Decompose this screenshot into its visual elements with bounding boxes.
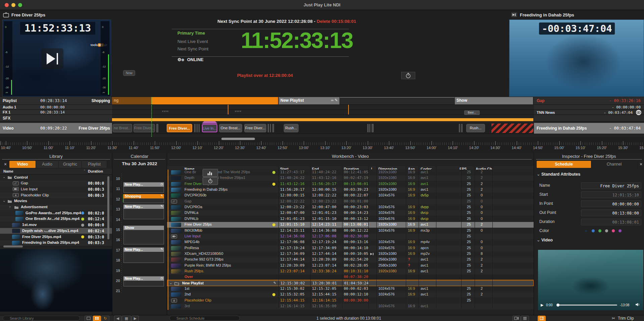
clip-freediver[interactable]: Free Diver... [244,124,266,132]
player-slider[interactable] [557,305,617,306]
chart-button[interactable] [203,169,218,177]
frame-view-button[interactable] [85,316,93,321]
calendar-event-newplay[interactable]: New Play...◷ [123,182,164,193]
library-row[interactable]: ›Advertisement [0,204,112,210]
library-row[interactable]: ⌄Control [0,175,112,180]
chevron-right-icon[interactable]: › [9,205,10,209]
library-tab-graphic[interactable]: Graphic [59,161,82,168]
clip-sliver[interactable] [372,124,374,132]
library-row[interactable]: Live Input00:00:3 [0,186,112,192]
workbench-row-rush25fps[interactable]: Rush 25fps.12:23:07:1412:33:38:2400:10:3… [167,269,534,274]
next-sync-point-label[interactable]: Next Sync Point [177,46,209,51]
inspector-close-button[interactable]: × [638,161,644,168]
stopwatch-button[interactable] [401,72,415,79]
schedule-search-input[interactable] [169,316,240,321]
workbench-row-3rd[interactable]: 3rd12:16:14:1512:16:35:001024x57616:9avc… [167,304,534,309]
workbench-row-freediver25fps[interactable]: Free Diver 25fps12:01:15:1012:14:23:1100… [167,222,534,228]
preview-video-next[interactable]: -00:03:47:04 [509,19,644,97]
library-close-button[interactable]: × [2,161,9,168]
library-row[interactable]: Gap00:00:0 [0,181,112,186]
section-standard-attributes[interactable]: ⌄ Standard Attributes [537,172,580,177]
playlist-block-ng[interactable]: ng [112,97,151,104]
library-search-input[interactable] [3,316,80,321]
clip-livein[interactable]: Live In... [202,124,217,132]
chevron-down-icon[interactable]: ⌄ [3,175,5,179]
library-row[interactable]: Free Diver 25fps.mp400:13:0 [0,234,112,240]
playlist-block-show[interactable]: Show [455,97,533,104]
workbench-row-onebr[interactable]: One Brnd The World 25fps11:27:43:1711:40… [167,170,534,175]
workbench-row-over[interactable]: Over00:07:38:20 [167,274,534,280]
color-swatch[interactable] [619,229,622,232]
track-header-playlist[interactable]: Playlist00:28:33:14Shopping [0,97,112,105]
inspector-video-preview[interactable]: ▶ 0:00 -13:08 [538,250,643,310]
clip-sliver[interactable] [461,124,463,132]
layout-toggle-icon[interactable] [513,316,521,321]
clip-rush[interactable]: Rush... [284,124,299,132]
workbench-row-xdcamhd4221080i50[interactable]: XDcam_HD4221080i5012:17:34:0912:17:44:14… [167,251,534,257]
color-swatch[interactable] [592,229,595,232]
calendar-event-show[interactable]: Show [123,226,164,244]
library-row[interactable]: 1st.mov00:00:0 [0,222,112,228]
library-col-name[interactable]: Name [3,169,13,173]
library-row[interactable]: Freediving in Dahab 25fps.mp400:03:3 [0,240,112,246]
workbench-row-liveinput[interactable]: Live Input12:14:36:0812:17:06:0800:02:30… [167,234,534,239]
workbench-row-placeholderclip[interactable]: Placeholder Clip12:15:44:1512:16:14:1500… [167,298,534,304]
workbench-row-newplaylist[interactable]: ⌄New Playlist✎12:15:30:0213:20:30:0101:0… [167,280,534,286]
workbench-row-depth[interactable]: Depth/ freedive 25fps111:40:24:2211:43:1… [167,175,534,181]
workbench-row-dvcproa[interactable]: DVCPROa12:00:23:2212:00:47:0000:00:23:03… [167,204,534,210]
clip-sliver[interactable] [367,124,369,132]
library-row[interactable]: ⌄Movies [0,198,112,204]
section-video[interactable]: ⌄ Video [537,237,553,242]
calendar-view-button[interactable]: ▦ [122,316,131,321]
library-vscrollbar[interactable] [107,176,109,239]
clip-sliver[interactable] [459,124,460,132]
field-input-name[interactable]: Free Diver 25fps [581,182,641,189]
color-swatch[interactable] [612,229,615,232]
timer-button[interactable] [203,177,218,185]
fx-clip-basi[interactable]: Basi... [464,110,480,115]
clip-sliver[interactable] [199,124,200,132]
library-hscrollbar[interactable] [3,245,23,247]
play-next-button[interactable] [41,48,63,69]
library-col-duration[interactable]: Duration [88,169,103,173]
workbench-row-freediver25fps[interactable]: Free Diver 25fps11:43:12:1611:56:20:1700… [167,181,534,187]
grid-view-button[interactable] [93,316,101,321]
workbench-row-imx30mbb[interactable]: IMX30Mbb12:14:23:1112:14:36:0800:00:12:2… [167,228,534,234]
color-swatch[interactable] [598,229,601,232]
clip-sliver[interactable] [270,124,271,132]
primary-time-label[interactable]: Primary Time [177,31,205,36]
gap-hatch[interactable] [491,124,533,133]
calendar-event-newplay[interactable]: New Play...✎ [123,247,164,263]
timeline-scrollbar[interactable] [221,138,255,140]
workbench-row-purplereinbmwm325fps[interactable]: Purple Rein; BMW M3 25fps12:20:39:0912:2… [167,263,534,269]
program-video-preview[interactable]: 11:52:33:13 toolsONair 0-6-12-20-30-∞ 0-… [2,19,111,97]
list-view-icon[interactable] [521,316,529,321]
time-ruler[interactable]: 10:40'10:50'11:00'11:10'11:20'11:30'11:4… [0,137,644,153]
visibility-eye-icon[interactable] [636,110,641,115]
player-play-button[interactable]: ▶ [541,303,543,307]
workbench-row-dvcpro50b[interactable]: DVCPRO50b12:00:00:1512:00:22:2200:00:22:… [167,193,534,198]
calendar-next-button[interactable]: ▶ [131,316,139,321]
chevron-down-icon[interactable]: ⌄ [3,199,5,202]
clip-sliver[interactable] [369,124,370,132]
library-row[interactable]: Depth wish -...dive 25fps1.mp400:02:4 [0,228,112,234]
workbench-row-mpeg4b[interactable]: MPEG4b12:17:06:0812:17:19:2400:00:13:161… [167,239,534,245]
field-input-in-point[interactable]: 00:00:00:00 [581,200,641,207]
clip-sliver[interactable] [272,124,274,132]
calendar-date[interactable]: Thu 30 Jun 2022 [112,161,167,166]
clip-rush[interactable]: Rush... [466,124,485,132]
workbench-row-gap[interactable]: Gap12:00:22:2212:00:23:2200:00:01:00250 [167,199,534,204]
workbench-row-1st[interactable]: 1st12:15:30:0212:15:32:0500:00:02:031024… [167,286,534,292]
calendar-event-newplay[interactable]: New Play...◷ [123,276,164,286]
playlist-block[interactable] [340,97,454,104]
track-header-video[interactable]: Video00:09:20:22Free Diver 25fps [0,123,112,134]
field-input-duration[interactable]: 00:13:08:01 [581,219,641,225]
clip-sliver[interactable] [156,124,158,132]
playlist-block[interactable] [151,97,278,104]
library-row[interactable]: GoPro Awards...eef 25fps.mp400:02:0 [0,210,112,216]
field-input-start[interactable]: 12:01:15:10 [581,191,641,198]
workbench-row-2nd[interactable]: 2nd12:15:32:0512:15:44:1500:00:12:101024… [167,292,534,297]
library-row[interactable]: One Breath Ar...rld 25fps.mp400:12:4 [0,216,112,222]
field-input-out-point[interactable]: 00:13:08:00 [581,210,641,216]
clip-sliver[interactable] [268,124,269,132]
